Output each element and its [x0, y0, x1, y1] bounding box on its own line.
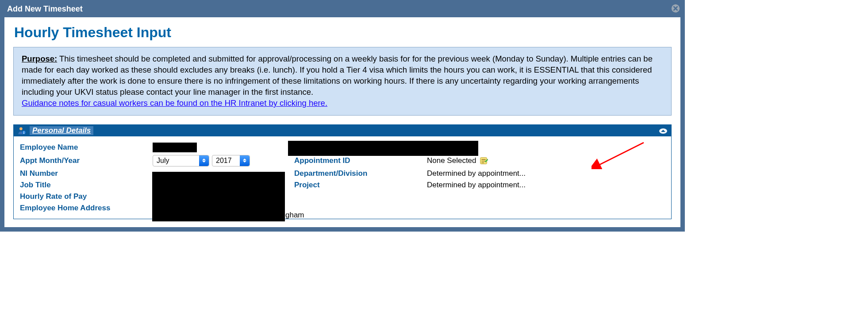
label-department: Department/Division: [294, 169, 427, 178]
collapse-toggle-icon[interactable]: [659, 128, 668, 134]
purpose-box: Purpose: This timesheet should be comple…: [13, 47, 672, 116]
label-job-title: Job Title: [20, 181, 153, 190]
label-project: Project: [294, 181, 427, 190]
modal-window: Add New Timesheet Hourly Timesheet Input…: [0, 0, 685, 232]
svg-rect-4: [23, 132, 24, 134]
panel-title: Personal Details: [30, 126, 93, 135]
value-employee-name: [153, 143, 294, 152]
value-appointment-id: None Selected: [427, 156, 577, 166]
redacted-block: [152, 172, 285, 221]
label-hourly-rate: Hourly Rate of Pay: [20, 192, 153, 201]
select-stepper-icon: [240, 155, 250, 166]
redacted-block: [288, 141, 478, 156]
modal-body: Hourly Timesheet Input Purpose: This tim…: [4, 17, 680, 227]
guidance-link[interactable]: Guidance notes for casual workers can be…: [22, 98, 327, 108]
month-select[interactable]: July: [153, 155, 209, 166]
value-appt-month-year: July 2017: [153, 155, 294, 166]
person-info-icon: [17, 126, 26, 135]
label-home-address: Employee Home Address: [20, 204, 153, 213]
purpose-label: Purpose:: [22, 54, 57, 63]
svg-rect-3: [23, 132, 24, 132]
modal-title-bar: Add New Timesheet: [1, 1, 684, 17]
svg-point-1: [19, 127, 23, 130]
close-icon[interactable]: [671, 4, 680, 13]
month-select-value: July: [157, 157, 169, 165]
select-appointment-icon[interactable]: [479, 156, 489, 166]
label-employee-name: Employee Name: [20, 143, 153, 152]
page-title: Hourly Timesheet Input: [14, 24, 672, 41]
personal-details-panel: Personal Details gham: [13, 124, 672, 219]
appointment-id-text: None Selected: [427, 156, 476, 165]
year-select[interactable]: 2017: [212, 155, 250, 166]
redacted-block: [153, 143, 197, 152]
purpose-text: This timesheet should be completed and s…: [22, 54, 653, 97]
select-stepper-icon: [199, 155, 209, 166]
label-appt-month-year: Appt Month/Year: [20, 156, 153, 165]
value-department: Determined by appointment...: [427, 169, 577, 178]
value-project: Determined by appointment...: [427, 181, 577, 190]
year-select-value: 2017: [216, 157, 232, 165]
label-ni-number: NI Number: [20, 169, 153, 178]
label-appointment-id: Appointment ID: [294, 156, 427, 165]
panel-body: gham Employee Name: [14, 136, 671, 219]
modal-title: Add New Timesheet: [7, 4, 83, 13]
address-fragment: gham: [285, 211, 304, 220]
panel-header: Personal Details: [14, 125, 671, 136]
